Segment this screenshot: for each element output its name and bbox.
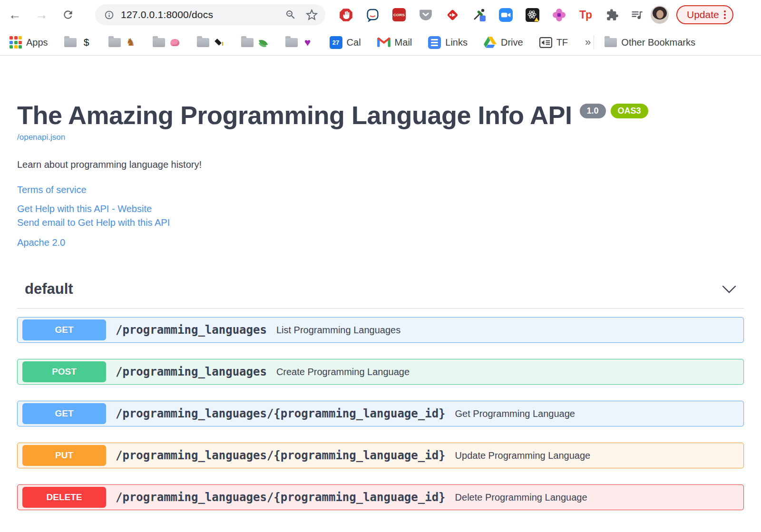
- drive-icon: [484, 37, 497, 48]
- herb-leaf-icon: [259, 38, 268, 47]
- color-picker-extension-icon[interactable]: [472, 8, 486, 22]
- carousel-horse-icon: ♞: [126, 36, 136, 48]
- endpoint-summary: Delete Programming Language: [455, 492, 587, 503]
- bookmarks-divider: [594, 35, 594, 49]
- bookmark-folder-graduation[interactable]: [197, 38, 225, 47]
- method-badge: POST: [22, 361, 106, 382]
- zoom-out-icon[interactable]: [283, 8, 298, 22]
- license-link[interactable]: Apache 2.0: [17, 237, 65, 248]
- bookmark-folder-dollar[interactable]: $: [64, 37, 92, 48]
- bookmark-folder-herb[interactable]: [241, 38, 269, 47]
- bookmark-apps[interactable]: Apps: [10, 36, 48, 48]
- address-bar[interactable]: 127.0.0.1:8000/docs: [95, 4, 325, 25]
- website-help-link[interactable]: Get Help with this API - Website: [17, 202, 744, 216]
- bookmark-tf[interactable]: TF: [539, 37, 568, 48]
- email-help-link[interactable]: Send email to Get Help with this API: [17, 216, 744, 230]
- endpoint-path: /programming_languages: [116, 365, 267, 378]
- bookmark-label: Mail: [395, 37, 412, 48]
- page-title: The Amazing Programming Language Info AP…: [17, 101, 572, 129]
- profile-avatar[interactable]: [651, 6, 669, 24]
- method-badge: DELETE: [22, 487, 106, 508]
- endpoint-put-update-programming-language[interactable]: PUT /programming_languages/{programming_…: [17, 443, 744, 468]
- api-description: Learn about programming language history…: [17, 159, 744, 170]
- tag-section-title: default: [25, 281, 73, 298]
- other-bookmarks[interactable]: Other Bookmarks: [605, 37, 695, 48]
- bookmark-folder-brain[interactable]: [153, 38, 181, 47]
- react-devtools-extension-icon[interactable]: [525, 8, 539, 22]
- endpoint-delete-programming-language[interactable]: DELETE /programming_languages/{programmi…: [17, 484, 744, 510]
- endpoint-summary: Get Programming Language: [455, 408, 575, 419]
- bookmark-star-icon[interactable]: [304, 8, 319, 22]
- tag-section-header[interactable]: default: [17, 281, 744, 309]
- pocket-extension-icon[interactable]: [419, 8, 433, 22]
- back-icon[interactable]: ←: [8, 8, 22, 22]
- apps-grid-icon: [10, 36, 22, 48]
- endpoint-summary: List Programming Languages: [276, 325, 400, 336]
- chevron-down-icon[interactable]: [722, 285, 736, 293]
- folder-icon: [153, 38, 165, 47]
- endpoint-summary: Update Programming Language: [455, 450, 591, 461]
- endpoint-path: /programming_languages/{programming_lang…: [116, 407, 446, 420]
- endpoint-path: /programming_languages/{programming_lang…: [116, 449, 446, 462]
- extensions-row: CORS Tp: [339, 8, 593, 22]
- folder-icon: [64, 38, 77, 47]
- bookmark-drive[interactable]: Drive: [484, 37, 523, 48]
- bookmark-cal[interactable]: 27 Cal: [330, 36, 361, 49]
- update-button[interactable]: Update: [676, 5, 733, 24]
- method-badge: PUT: [22, 445, 106, 466]
- oas3-badge: OAS3: [611, 104, 648, 118]
- bookmark-links[interactable]: Links: [428, 36, 468, 49]
- reload-icon[interactable]: [61, 8, 75, 22]
- graduation-cap-icon: [215, 39, 224, 46]
- endpoint-summary: Create Programming Language: [276, 367, 410, 377]
- cors-extension-icon[interactable]: CORS: [392, 8, 406, 22]
- extensions-puzzle-icon[interactable]: [605, 8, 619, 22]
- endpoint-path: /programming_languages/{programming_lang…: [116, 491, 446, 504]
- endpoint-path: /programming_languages: [116, 323, 267, 337]
- browser-menu-kebab-icon[interactable]: [724, 10, 726, 19]
- music-queue-icon[interactable]: [630, 8, 644, 22]
- swagger-docs-page: The Amazing Programming Language Info AP…: [0, 101, 761, 510]
- bookmark-mail[interactable]: Mail: [377, 37, 412, 48]
- endpoint-post-create-programming-language[interactable]: POST /programming_languages Create Progr…: [17, 359, 744, 385]
- method-badge: GET: [22, 403, 106, 424]
- zoom-extension-icon[interactable]: [498, 8, 513, 22]
- endpoint-get-list-programming-languages[interactable]: GET /programming_languages List Programm…: [17, 317, 744, 343]
- folder-icon: [605, 38, 617, 47]
- bookmark-label: Apps: [26, 37, 48, 48]
- url-text[interactable]: 127.0.0.1:8000/docs: [121, 9, 213, 20]
- endpoint-get-programming-language[interactable]: GET /programming_languages/{programming_…: [17, 401, 744, 426]
- tp-extension-icon[interactable]: Tp: [578, 8, 593, 22]
- bookmark-label: Cal: [347, 37, 361, 48]
- brain-icon: [170, 39, 179, 46]
- red-diamond-extension-icon[interactable]: [445, 8, 459, 22]
- announcement-card-icon: [539, 37, 552, 48]
- endpoint-list: GET /programming_languages List Programm…: [17, 317, 744, 510]
- purple-flower-extension-icon[interactable]: [552, 8, 566, 22]
- bookmark-label: TF: [556, 37, 568, 48]
- folder-icon: [197, 38, 209, 47]
- bookmarks-overflow-chevron[interactable]: »: [585, 36, 591, 48]
- folder-icon: [241, 38, 254, 47]
- purple-heart-icon: ♥: [304, 36, 311, 49]
- bookmark-label: Drive: [501, 37, 523, 48]
- calendar-icon: 27: [330, 36, 342, 49]
- version-badge: 1.0: [580, 104, 606, 118]
- folder-icon: [108, 38, 121, 47]
- method-badge: GET: [22, 319, 106, 340]
- forward-icon: →: [34, 8, 49, 22]
- chat-smile-extension-icon[interactable]: [365, 8, 380, 22]
- api-title-row: The Amazing Programming Language Info AP…: [17, 101, 744, 129]
- dollar-icon: $: [84, 37, 89, 48]
- openapi-spec-link[interactable]: /openapi.json: [17, 133, 65, 142]
- links-list-icon: [428, 36, 441, 49]
- terms-of-service-link[interactable]: Terms of service: [17, 184, 87, 195]
- folder-icon: [285, 38, 298, 47]
- bookmark-folder-carousel-horse[interactable]: ♞: [108, 36, 137, 48]
- adblock-icon[interactable]: [339, 8, 353, 22]
- bookmark-label: Other Bookmarks: [621, 37, 695, 48]
- page-info-icon[interactable]: [102, 8, 116, 22]
- bookmark-folder-purple-heart[interactable]: ♥: [285, 36, 313, 49]
- update-label: Update: [687, 9, 719, 20]
- bookmark-label: Links: [445, 37, 468, 48]
